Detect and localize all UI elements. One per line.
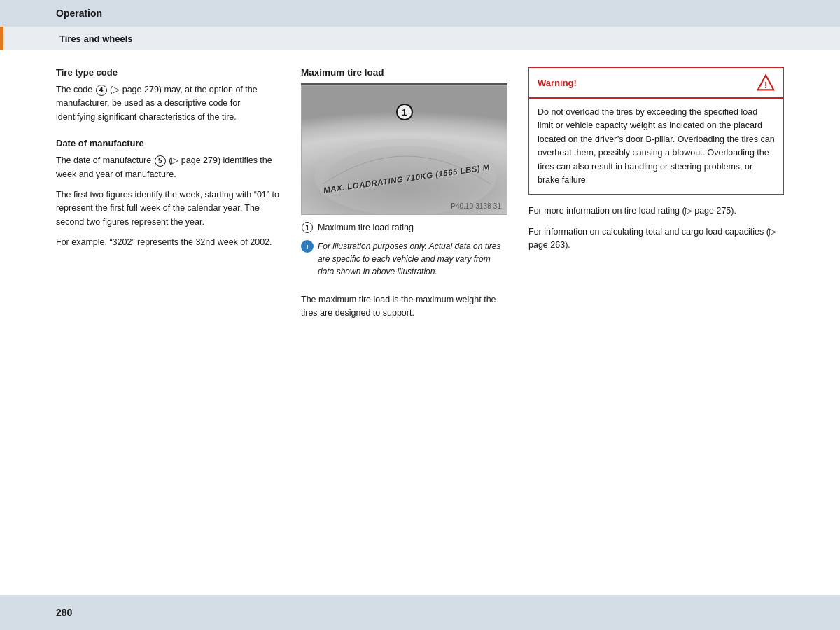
info-icon: i [301,240,314,253]
warning-title: Warning! [538,78,577,88]
tire-type-code-paragraph: The code 4 (▷ page 279) may, at the opti… [56,83,280,124]
max-tire-load-body: The maximum tire load is the maximum wei… [301,293,507,321]
page-number: 280 [56,607,72,618]
warning-triangle-icon: ! [757,74,775,92]
section-bar: Tires and wheels [0,27,840,50]
warning-body-text: Do not overload the tires by exceeding t… [538,107,775,185]
tire-type-code-text-before: The code [56,85,95,94]
header-title: Operation [56,8,102,19]
footer-bar: 280 [0,595,840,630]
svg-text:!: ! [764,80,767,90]
warning-header: Warning! ! [529,68,783,99]
max-tire-load-heading: Maximum tire load [301,67,507,78]
date-of-manufacture-para1: The date of manufacture 5 (▷ page 279) i… [56,154,280,181]
warning-box: Warning! ! Do not overload the tires by … [528,67,784,195]
circle-5: 5 [155,155,166,167]
date-of-manufacture-heading: Date of manufacture [56,138,280,148]
info-note-text: For illustration purposes only. Actual d… [318,240,507,278]
dom-text-before: The date of manufacture [56,155,154,165]
image-reference: P40.10-3138-31 [451,202,501,210]
info-note-row: i For illustration purposes only. Actual… [301,240,507,286]
tire-type-code-heading: Tire type code [56,67,280,78]
max-load-label-text: Maximum tire load rating [318,223,414,232]
right-para1: For more information on tire load rating… [528,204,784,218]
circle-4: 4 [96,85,107,96]
left-column: Tire type code The code 4 (▷ page 279) m… [56,67,280,581]
warning-body: Do not overload the tires by exceeding t… [529,99,783,194]
tire-image: 1 MAX. LOADRATING 710KG (1565 LBS) M P40… [301,85,507,215]
circle-1-badge: 1 [396,104,413,120]
middle-column: Maximum tire load 1 MAX. LOADRATING 710K… [301,67,507,581]
date-of-manufacture-para2: The first two figures identify the week,… [56,188,280,229]
max-load-label-row: 1 Maximum tire load rating [301,222,507,233]
date-of-manufacture-para3: For example, “3202” represents the 32nd … [56,236,280,249]
circle-1-label: 1 [302,222,313,233]
right-para2: For information on calculating total and… [528,225,784,253]
header-bar: Operation [0,0,840,27]
right-column: Warning! ! Do not overload the tires by … [528,67,784,581]
tire-image-inner: 1 MAX. LOADRATING 710KG (1565 LBS) M P40… [302,86,507,214]
main-content: Tire type code The code 4 (▷ page 279) m… [0,50,840,595]
section-title: Tires and wheels [59,34,133,44]
